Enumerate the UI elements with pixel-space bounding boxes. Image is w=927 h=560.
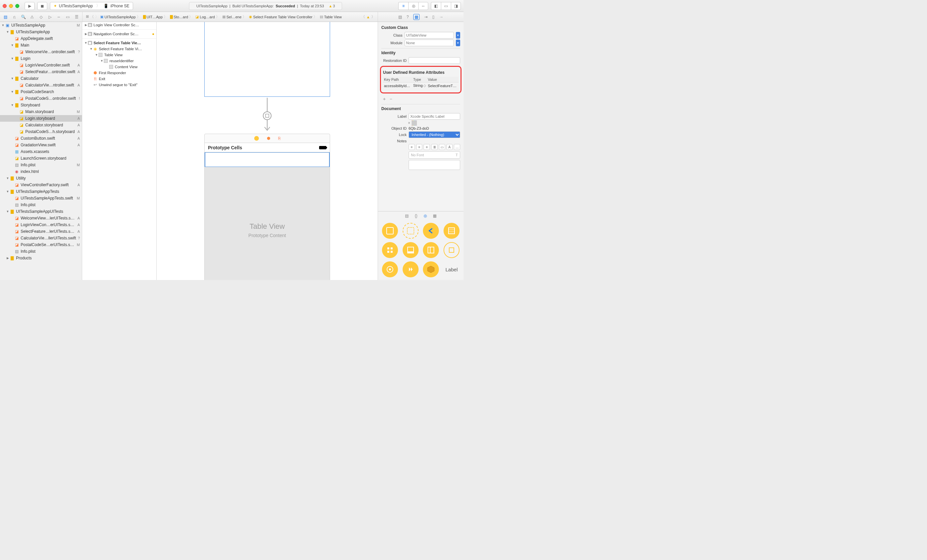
library-item-glkit-view-controller[interactable]: [382, 261, 398, 277]
navigator-row[interactable]: ◪WelcomeView…lerUITests.swiftA: [0, 215, 82, 222]
report-navigator-tab[interactable]: ☰: [73, 13, 80, 21]
zoom-window-button[interactable]: [15, 4, 19, 8]
navigator-row[interactable]: ◪Calculator.storyboardA: [0, 122, 82, 128]
align-justify-button[interactable]: ≣: [431, 144, 438, 150]
navigator-row[interactable]: ◪PostalCodeSe…erUITests.swiftM: [0, 241, 82, 248]
select-feature-scene[interactable]: ⬢ ⎘ Prototype Cells Table View Prototype…: [204, 134, 330, 280]
align-left-button[interactable]: ≡: [409, 144, 415, 150]
standard-editor-button[interactable]: ≡: [398, 2, 408, 10]
navigator-row[interactable]: ◪LoginViewController.swiftA: [0, 62, 82, 68]
runtime-attributes-table[interactable]: Key Path Type Value accessibilityId… Str…: [383, 77, 459, 89]
source-control-navigator-tab[interactable]: ⎌: [11, 13, 18, 21]
navigator-row[interactable]: ◪Login.storyboardA: [0, 115, 82, 122]
forward-icon[interactable]: 〉: [95, 14, 99, 19]
navigator-row[interactable]: ▤Info.plist: [0, 202, 82, 208]
library-item-object[interactable]: [423, 261, 439, 277]
notes-font-field[interactable]: No Font T: [409, 151, 460, 159]
file-inspector-tab[interactable]: ▤: [398, 15, 402, 19]
color-swatch[interactable]: [416, 120, 417, 126]
navigator-row[interactable]: ◪GradationView.swiftA: [0, 142, 82, 148]
issue-navigator-tab[interactable]: ◇: [38, 13, 45, 21]
navigator-row[interactable]: ▶▇Products: [0, 255, 82, 261]
scene-header[interactable]: ⬢ ⎘: [204, 134, 330, 143]
module-dropdown-icon[interactable]: ▾: [456, 39, 460, 46]
more-button[interactable]: …: [454, 144, 460, 150]
clear-color-button[interactable]: ×: [408, 121, 410, 125]
add-attribute-button[interactable]: ＋: [382, 96, 387, 102]
identity-inspector-tab[interactable]: ▦: [413, 14, 419, 20]
navigator-row[interactable]: ▼▇UITestsSampleAppUITests: [0, 208, 82, 215]
navigator-row[interactable]: ◪SelectFeatur…ontroller.swiftA: [0, 68, 82, 75]
navigator-row[interactable]: ▼▇UITestsSampleApp: [0, 29, 82, 35]
navigator-row[interactable]: ◪UITestsSampleAppTests.swiftM: [0, 195, 82, 202]
outline-row[interactable]: ▼Table View: [82, 52, 157, 58]
outline-row[interactable]: ⬢First Responder: [82, 70, 157, 76]
next-issue-icon[interactable]: 〉: [371, 14, 375, 19]
navigator-row[interactable]: ▼▇Calculator: [0, 75, 82, 82]
debug-navigator-tab[interactable]: ⎼: [55, 13, 62, 21]
object-library-tab[interactable]: ◎: [424, 214, 427, 218]
module-field[interactable]: [404, 39, 454, 46]
library-item-collection-view-controller[interactable]: [382, 242, 398, 258]
restoration-id-field[interactable]: [409, 57, 460, 64]
outline-row[interactable]: ⎘Exit: [82, 76, 157, 82]
close-window-button[interactable]: [3, 4, 7, 8]
prev-issue-icon[interactable]: 〈: [361, 14, 365, 19]
navigator-row[interactable]: ◪LaunchScreen.storyboard: [0, 155, 82, 162]
navigator-row[interactable]: ◪CustomButton.swiftA: [0, 135, 82, 142]
library-item-label[interactable]: Label: [443, 261, 460, 277]
outline-row[interactable]: ▶▦Login View Controller Sc…: [82, 22, 157, 28]
remove-attribute-button[interactable]: －: [389, 96, 393, 102]
warnings-badge[interactable]: ▲ 3: [329, 4, 335, 8]
font-picker-icon[interactable]: T: [456, 153, 458, 157]
navigator-row[interactable]: ◪PostalCodeS…h.storyboardA: [0, 128, 82, 135]
outline-row[interactable]: Content View: [82, 64, 157, 70]
library-item-avkit-player[interactable]: [403, 261, 419, 277]
media-library-tab[interactable]: ▦: [433, 214, 436, 218]
table-view-frame[interactable]: Prototype Cells Table View Prototype Con…: [204, 143, 330, 280]
align-right-button[interactable]: ≡: [424, 144, 430, 150]
class-dropdown-icon[interactable]: ▾: [456, 32, 460, 39]
toggle-navigator-button[interactable]: ◧: [431, 2, 441, 10]
library-item-split-view-controller[interactable]: [423, 242, 439, 258]
navigator-row[interactable]: ▼▇Login: [0, 55, 82, 62]
code-snippet-library-tab[interactable]: {}: [415, 214, 417, 218]
stop-button[interactable]: ◼: [37, 2, 47, 10]
find-navigator-tab[interactable]: ⚠: [29, 13, 36, 21]
navigator-row[interactable]: ▼▇UITestsSampleAppTests: [0, 188, 82, 195]
navigator-row[interactable]: ▼▇Storyboard: [0, 102, 82, 108]
navigator-row[interactable]: ◪Main.storyboardM: [0, 108, 82, 115]
library-item-table-view-controller[interactable]: [444, 223, 459, 239]
table-row[interactable]: accessibilityId… String ◇ SelectFeatureT…: [383, 82, 459, 89]
document-outline[interactable]: ▶▦Login View Controller Sc…▶▦Navigation …: [82, 22, 157, 280]
project-navigator[interactable]: ▼▣UITestsSampleAppM▼▇UITestsSampleApp◪Ap…: [0, 22, 82, 280]
version-editor-button[interactable]: ↔: [418, 2, 428, 10]
minimize-window-button[interactable]: [9, 4, 13, 8]
navigator-row[interactable]: ▦Assets.xcassets: [0, 148, 82, 155]
test-navigator-tab[interactable]: ▷: [46, 13, 53, 21]
navigator-row[interactable]: ◪CalculatorVie…llerUITests.swift?: [0, 235, 82, 241]
navigator-row[interactable]: ▤Info.plistM: [0, 162, 82, 168]
outline-row[interactable]: ▼▦Select Feature Table Vie…: [82, 40, 157, 46]
project-navigator-tab[interactable]: ▤: [2, 13, 9, 21]
jump-bar[interactable]: ⊞ 〈 〉 ▣UITestsSampleApp〉 ▇UIT…App〉 ▇Sto……: [82, 12, 378, 21]
library-item-container[interactable]: [403, 223, 419, 239]
outline-row[interactable]: ▼reuseIdentifier: [82, 58, 157, 64]
library-item-navigation-controller[interactable]: [423, 223, 439, 239]
navigator-row[interactable]: ▤Info.plist: [0, 248, 82, 255]
lock-select[interactable]: Inherited - (Nothing): [409, 131, 460, 138]
navigator-row[interactable]: ▼▇PostalCodeSearch: [0, 88, 82, 95]
outline-row[interactable]: ↩Unwind segue to "Exit": [82, 82, 157, 88]
attributes-inspector-tab[interactable]: ⇥: [424, 15, 427, 19]
symbol-navigator-tab[interactable]: 🔍: [20, 13, 27, 21]
navigator-row[interactable]: ◉index.html: [0, 168, 82, 175]
navigator-row[interactable]: ◪PostalCodeS…ontroller.swift!: [0, 95, 82, 102]
breakpoint-navigator-tab[interactable]: ▭: [64, 13, 71, 21]
navigator-row[interactable]: ◪LoginViewCon…erUITests.swiftA: [0, 222, 82, 228]
activity-status[interactable]: UITestsSampleApp | Build UITestsSampleAp…: [189, 2, 342, 10]
run-button[interactable]: ▶: [24, 2, 35, 10]
toggle-debug-button[interactable]: ▭: [441, 2, 451, 10]
class-field[interactable]: [404, 32, 454, 39]
toggle-inspector-button[interactable]: ◨: [451, 2, 461, 10]
related-items-icon[interactable]: ⊞: [86, 14, 89, 19]
